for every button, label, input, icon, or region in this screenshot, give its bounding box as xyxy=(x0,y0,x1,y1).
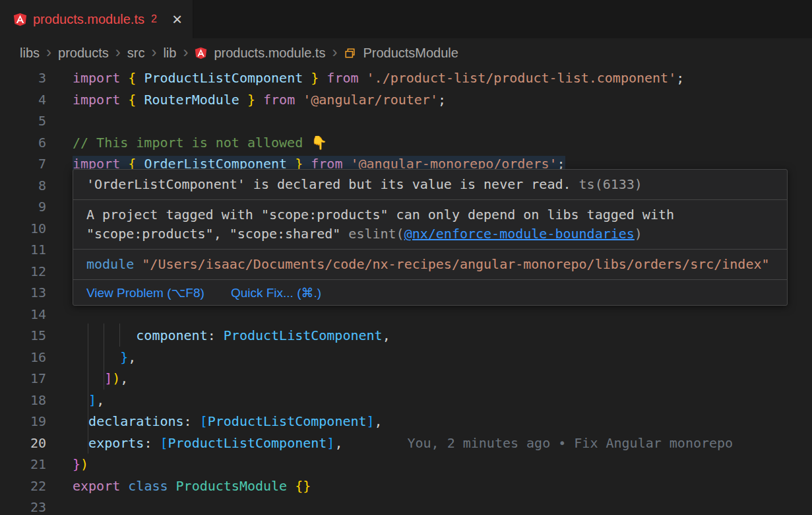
line-number[interactable]: 7 xyxy=(0,153,46,175)
code-line-14[interactable]: 14 xyxy=(0,304,812,326)
code-token: ProductListComponent xyxy=(144,70,303,86)
breadcrumb: libs › products › src › lib › products.m… xyxy=(0,38,812,67)
code-token: : xyxy=(184,413,200,429)
code-line-5[interactable]: 5 xyxy=(0,110,812,132)
code-token: declarations xyxy=(88,413,184,429)
code-token: } xyxy=(120,349,128,365)
line-number[interactable]: 18 xyxy=(0,390,46,411)
code-token xyxy=(73,370,104,386)
editor: 3import { ProductListComponent } from '.… xyxy=(0,67,812,515)
code-token: // This import is not allowed xyxy=(73,135,311,151)
line-number[interactable]: 5 xyxy=(0,110,46,132)
line-number[interactable]: 20 xyxy=(0,432,46,454)
line-number[interactable]: 8 xyxy=(0,175,46,197)
breadcrumb-item-products[interactable]: products xyxy=(58,46,109,61)
code-token: "/Users/isaac/Documents/code/nx-recipes/… xyxy=(142,256,769,272)
line-content: declarations: [ProductListComponent], xyxy=(73,411,383,432)
line-number[interactable]: 10 xyxy=(0,218,46,240)
code-line-3[interactable]: 3import { ProductListComponent } from '.… xyxy=(0,67,812,89)
code-token: from xyxy=(327,70,358,86)
quick-fix-link[interactable]: Quick Fix... (⌘.) xyxy=(231,285,321,300)
line-number[interactable]: 21 xyxy=(0,454,46,475)
indent-guide xyxy=(119,324,120,347)
code-token: ; xyxy=(676,70,684,86)
line-number[interactable]: 9 xyxy=(0,196,46,218)
code-token xyxy=(73,435,88,451)
breadcrumb-item-file[interactable]: products.module.ts xyxy=(214,46,325,61)
line-number[interactable]: 6 xyxy=(0,132,46,154)
code-token: 'OrderListComponent' is declared but its… xyxy=(86,176,579,192)
code-line-22[interactable]: 22export class ProductsModule {} xyxy=(0,475,812,497)
code-token: } xyxy=(73,456,80,472)
code-line-20[interactable]: 20 exports: [ProductListComponent],You, … xyxy=(0,432,812,454)
code-token: export xyxy=(73,478,120,494)
hover-popup: 'OrderListComponent' is declared but its… xyxy=(73,169,788,306)
hover-rows: 'OrderListComponent' is declared but its… xyxy=(73,170,787,280)
code-line-23[interactable]: 23 xyxy=(0,497,812,515)
line-number[interactable]: 11 xyxy=(0,239,46,261)
line-content: exports: [ProductListComponent],You, 2 m… xyxy=(73,432,733,454)
code-token: import xyxy=(73,70,120,86)
breadcrumb-item-libs[interactable]: libs xyxy=(20,46,40,61)
eslint-rule-link[interactable]: @nx/enforce-module-boundaries xyxy=(404,226,635,242)
code-token: ProductListComponent xyxy=(168,435,327,451)
angular-icon xyxy=(195,47,207,59)
chevron-right-icon: › xyxy=(115,44,121,60)
code-token xyxy=(239,92,247,108)
code-line-21[interactable]: 21}) xyxy=(0,454,812,475)
line-content: // This import is not allowed 👇 xyxy=(73,132,327,154)
hover-diagnostic-row-3: module "/Users/isaac/Documents/code/nx-r… xyxy=(73,250,787,280)
line-number[interactable]: 12 xyxy=(0,261,46,283)
tab-problems-badge: 2 xyxy=(151,13,157,25)
code-token: ProductListComponent xyxy=(224,327,383,343)
code-token: ] xyxy=(327,435,334,451)
chevron-right-icon: › xyxy=(46,44,51,60)
chevron-right-icon: › xyxy=(183,44,188,60)
code-token: ProductListComponent xyxy=(208,413,367,429)
angular-icon xyxy=(13,13,27,26)
line-content: import { RouterModule } from '@angular/r… xyxy=(73,89,446,111)
close-icon[interactable]: × xyxy=(172,11,182,28)
line-number[interactable]: 23 xyxy=(0,497,46,515)
code-token: ) xyxy=(635,226,642,242)
code-token: : xyxy=(208,327,224,343)
hover-actions: View Problem (⌥F8) Quick Fix... (⌘.) xyxy=(73,280,787,305)
breadcrumb-item-src[interactable]: src xyxy=(127,46,145,61)
breadcrumb-item-symbol[interactable]: ProductsModule xyxy=(363,46,458,61)
git-blame-annotation: You, 2 minutes ago • Fix Angular monorep… xyxy=(407,435,733,451)
code-token xyxy=(295,92,303,108)
code-line-6[interactable]: 6// This import is not allowed 👇 xyxy=(0,132,812,154)
line-content: component: ProductListComponent, xyxy=(73,325,390,347)
code-token: , xyxy=(375,413,383,429)
code-token: 👇 xyxy=(311,135,327,151)
code-token xyxy=(255,92,263,108)
code-line-19[interactable]: 19 declarations: [ProductListComponent], xyxy=(0,411,812,432)
code-token: , xyxy=(383,327,390,343)
code-line-17[interactable]: 17 ]), xyxy=(0,368,812,390)
chevron-right-icon: › xyxy=(151,44,156,60)
code-line-16[interactable]: 16 }, xyxy=(0,347,812,368)
code-token: RouterModule xyxy=(144,92,239,108)
code-line-18[interactable]: 18 ], xyxy=(0,390,812,411)
line-number[interactable]: 4 xyxy=(0,89,46,111)
code-token: ; xyxy=(438,92,446,108)
line-content: }) xyxy=(73,454,88,475)
code-line-15[interactable]: 15 component: ProductListComponent, xyxy=(0,325,812,347)
code-token: module xyxy=(86,256,134,272)
code-token: './product-list/product-list.component' xyxy=(367,70,677,86)
view-problem-link[interactable]: View Problem (⌥F8) xyxy=(86,285,204,300)
code-token: component xyxy=(136,327,207,343)
line-number[interactable]: 3 xyxy=(0,67,46,89)
line-number[interactable]: 15 xyxy=(0,325,46,347)
tab-products-module[interactable]: products.module.ts 2 × xyxy=(0,0,193,38)
line-number[interactable]: 17 xyxy=(0,368,46,390)
code-token xyxy=(120,478,128,494)
line-number[interactable]: 16 xyxy=(0,347,46,368)
line-number[interactable]: 22 xyxy=(0,475,46,497)
code-line-4[interactable]: 4import { RouterModule } from '@angular/… xyxy=(0,89,812,111)
breadcrumb-item-lib[interactable]: lib xyxy=(163,46,176,61)
code-token xyxy=(303,70,311,86)
line-number[interactable]: 13 xyxy=(0,282,46,304)
line-number[interactable]: 14 xyxy=(0,304,46,326)
line-number[interactable]: 19 xyxy=(0,411,46,432)
